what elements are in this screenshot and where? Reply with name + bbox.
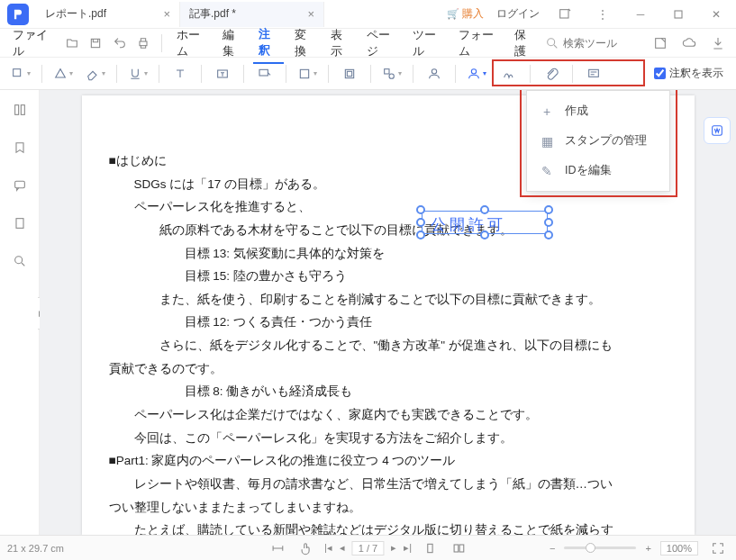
svg-rect-17 bbox=[14, 105, 18, 115]
main-area: ▶ はじめにSDGs には「17 の目標」がある。ペーパーレス化を推進すると、紙… bbox=[0, 90, 736, 535]
tab-report[interactable]: レポート.pdf × bbox=[36, 2, 180, 27]
note-tool[interactable]: ▾ bbox=[292, 61, 323, 86]
text-tool[interactable] bbox=[165, 61, 195, 86]
search-tools[interactable] bbox=[545, 36, 635, 50]
zoom-in[interactable]: + bbox=[645, 543, 650, 554]
close-button[interactable]: ✕ bbox=[704, 2, 729, 27]
underline-tool[interactable]: ▾ bbox=[123, 61, 153, 86]
next-page[interactable]: ▸ bbox=[391, 542, 396, 554]
resize-handle[interactable] bbox=[480, 205, 489, 214]
last-page[interactable]: ▸| bbox=[404, 542, 412, 554]
divider bbox=[413, 65, 413, 83]
textbox-tool[interactable] bbox=[207, 61, 238, 86]
close-icon[interactable]: × bbox=[307, 7, 314, 21]
area-tool[interactable] bbox=[334, 61, 365, 86]
svg-point-15 bbox=[471, 68, 476, 73]
menu-form[interactable]: フォーム bbox=[453, 23, 504, 63]
single-page-icon[interactable] bbox=[419, 537, 441, 559]
menu-home[interactable]: ホーム bbox=[171, 23, 212, 63]
minimize-button[interactable]: ─ bbox=[628, 2, 653, 27]
maximize-button[interactable] bbox=[666, 2, 691, 27]
zoom-thumb[interactable] bbox=[586, 543, 595, 553]
print-icon[interactable] bbox=[134, 32, 152, 54]
prev-page[interactable]: ◂ bbox=[340, 542, 345, 554]
resize-handle[interactable] bbox=[416, 205, 425, 214]
undo-icon[interactable] bbox=[111, 32, 129, 54]
eraser-tool[interactable]: ▾ bbox=[80, 61, 111, 86]
stamp-dropdown: + 作成 ▦ スタンプの管理 ✎ IDを編集 bbox=[526, 90, 670, 192]
menu-page[interactable]: ページ bbox=[361, 23, 402, 63]
cloud-icon[interactable] bbox=[678, 32, 700, 54]
page-field[interactable]: 1 / 7 bbox=[352, 541, 384, 555]
thumbnails-icon[interactable] bbox=[9, 99, 31, 121]
menu-edit[interactable]: 編集 bbox=[217, 23, 248, 63]
attach-tool[interactable] bbox=[536, 61, 567, 86]
callout-tool[interactable] bbox=[250, 61, 280, 86]
show-annotations-checkbox[interactable]: 注釈を表示 bbox=[654, 66, 723, 81]
save-icon[interactable] bbox=[86, 32, 104, 54]
hand-icon[interactable] bbox=[295, 537, 317, 559]
share-icon[interactable] bbox=[650, 32, 671, 54]
doc-line: さらに、紙をデジタル化することで、"働き方改革" が促進され、以下の目標にも bbox=[109, 334, 668, 357]
divider bbox=[455, 65, 456, 83]
svg-rect-9 bbox=[300, 69, 308, 77]
resize-handle[interactable] bbox=[544, 218, 553, 227]
login-link[interactable]: ログイン bbox=[496, 6, 540, 22]
show-annotations-label: 注釈を表示 bbox=[669, 66, 723, 81]
page-size: 21 x 29.7 cm bbox=[7, 543, 64, 554]
menu-protect[interactable]: 保護 bbox=[509, 23, 540, 63]
buy-link[interactable]: 購入 bbox=[447, 6, 484, 22]
menu-tool[interactable]: ツール bbox=[407, 23, 448, 63]
stamp-selection[interactable]: 公開許可 bbox=[416, 205, 553, 239]
menu-convert[interactable]: 変換 bbox=[289, 23, 320, 63]
comment-list-tool[interactable] bbox=[578, 61, 609, 86]
attachments-icon[interactable] bbox=[9, 212, 31, 234]
resize-handle[interactable] bbox=[480, 230, 489, 239]
page-viewport[interactable]: はじめにSDGs には「17 の目標」がある。ペーパーレス化を推進すると、紙の原… bbox=[40, 90, 736, 535]
export-icon[interactable] bbox=[707, 32, 729, 54]
zoom-slider[interactable] bbox=[564, 546, 636, 549]
doc-line: レシートや領収書、毎月の請求書など、日常生活で増えてしまう「紙」の書類…つい bbox=[109, 473, 668, 496]
dd-edit-id[interactable]: ✎ IDを編集 bbox=[527, 156, 669, 185]
comments-icon[interactable] bbox=[9, 175, 31, 196]
resize-handle[interactable] bbox=[544, 230, 553, 239]
signature-tool[interactable] bbox=[494, 61, 524, 86]
first-page[interactable]: |◂ bbox=[324, 542, 332, 554]
stamp-tool[interactable]: ▾ bbox=[461, 61, 492, 86]
dd-manage[interactable]: ▦ スタンプの管理 bbox=[527, 126, 669, 156]
search-icon bbox=[545, 36, 559, 50]
two-page-icon[interactable] bbox=[448, 537, 469, 559]
shape-tool[interactable]: ▾ bbox=[377, 61, 407, 86]
divider bbox=[159, 65, 159, 83]
close-icon[interactable]: × bbox=[163, 7, 170, 21]
stamp-person-tool[interactable] bbox=[419, 61, 450, 86]
svg-rect-19 bbox=[14, 181, 24, 187]
zoom-value[interactable]: 100% bbox=[660, 541, 698, 555]
svg-rect-25 bbox=[459, 545, 464, 552]
bookmark-icon[interactable] bbox=[9, 137, 31, 158]
fit-width-icon[interactable] bbox=[267, 537, 288, 559]
open-icon[interactable] bbox=[63, 32, 81, 54]
search-input[interactable] bbox=[563, 37, 635, 50]
doc-line: 目標 15: 陸の豊かさも守ろう bbox=[109, 265, 668, 288]
plus-icon: + bbox=[540, 104, 554, 119]
fullscreen-icon[interactable] bbox=[707, 537, 729, 559]
svg-rect-20 bbox=[16, 219, 23, 229]
resize-handle[interactable] bbox=[544, 205, 553, 214]
zoom-out[interactable]: − bbox=[550, 543, 555, 554]
dd-label: 作成 bbox=[565, 104, 588, 119]
menu-view[interactable]: 表示 bbox=[325, 23, 356, 63]
zoom-controls: − + 100% bbox=[550, 537, 729, 559]
resize-handle[interactable] bbox=[416, 230, 425, 239]
select-tool[interactable]: ▾ bbox=[5, 61, 36, 86]
search-panel-icon[interactable] bbox=[9, 250, 31, 272]
notify-icon[interactable] bbox=[552, 2, 577, 27]
menu-file[interactable]: ファイル bbox=[7, 23, 58, 63]
resize-handle[interactable] bbox=[416, 218, 425, 227]
show-annotations-input[interactable] bbox=[654, 68, 666, 79]
tab-article[interactable]: 記事.pdf * × bbox=[180, 2, 324, 27]
more-icon[interactable]: ⋮ bbox=[590, 2, 615, 27]
dd-create[interactable]: + 作成 bbox=[527, 96, 669, 126]
word-export-badge[interactable] bbox=[704, 117, 731, 144]
highlight-tool[interactable]: ▾ bbox=[48, 61, 78, 86]
